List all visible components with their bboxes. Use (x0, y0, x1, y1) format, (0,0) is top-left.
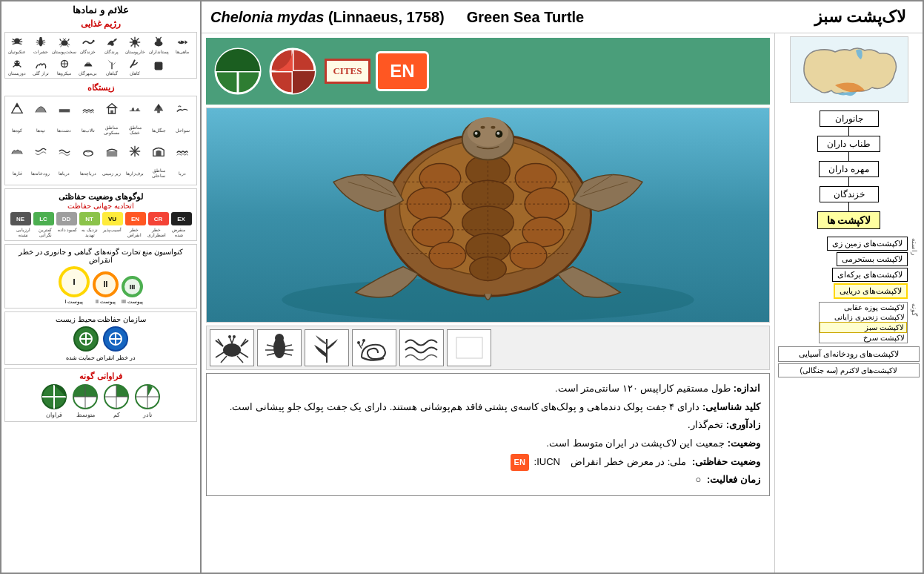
svg-point-114 (496, 132, 499, 135)
conserv-iucn: IUCN: (534, 456, 560, 467)
icon-micro: میکروها (54, 56, 75, 76)
hab-label5: مناطق مسکونی (102, 119, 122, 140)
hab-forest (148, 98, 169, 119)
hab-label4: تالاب‌ها (78, 119, 99, 140)
status-icons-row: CITES EN (206, 38, 770, 105)
status-label: وضعیت: (728, 438, 760, 449)
connector-2 (848, 152, 849, 161)
taxon-chordata: طناب داران (817, 136, 880, 152)
habitat-grid: کوه‌ها تپه‌ها دشت‌ها تالاب‌ها مناطق مسکو… (4, 96, 197, 185)
species-green[interactable]: لاکپشت سبز (820, 322, 907, 333)
svg-point-38 (15, 62, 16, 63)
svg-line-19 (67, 43, 70, 44)
svg-point-115 (481, 126, 485, 129)
svg-rect-43 (155, 62, 163, 70)
svg-point-113 (475, 132, 478, 135)
connector-4 (848, 202, 849, 211)
food-title: رژیم غذایی (4, 19, 197, 29)
taxonomy-year: (Linnaeus, 1758) (328, 9, 445, 25)
badge-row: NE LC DD NT VU EN CR EX (8, 212, 193, 225)
svg-line-127 (240, 352, 248, 357)
badge-lc: LC (33, 212, 54, 225)
icon-invertebrate: بی‌مهرگان (78, 56, 99, 76)
svg-point-24 (92, 39, 94, 42)
icon-crustacean: سخت‌پوستان (54, 34, 75, 55)
left-panel: علائم و نمادها رژیم غذایی عنکبوتیان حشرا… (1, 1, 202, 573)
svg-line-30 (131, 38, 133, 40)
small-icon-extra (447, 329, 491, 366)
svg-rect-50 (110, 110, 113, 114)
icon-reptile: خزندگان (78, 34, 99, 55)
svg-line-129 (237, 356, 243, 363)
size-label: اندازه: (734, 383, 760, 394)
hab-label9: غارها (7, 162, 27, 183)
classif-land-turtle[interactable]: لاکپشت‌های زمین زی (827, 237, 908, 251)
svg-point-116 (491, 126, 495, 129)
svg-point-103 (510, 243, 547, 269)
unep-title: سازمان حفاظت محیط زیست (8, 315, 193, 323)
svg-rect-147 (456, 337, 482, 358)
cites-badge-iii: III (122, 276, 143, 297)
conserv-national: ملی: در معرض خطر انقراض (571, 456, 686, 467)
food-grid: عنکبوتیان حشرات سخت‌پوستان خزندگان پرندگ… (4, 32, 197, 79)
classif-pond-turtle[interactable]: لاکپشت‌های برکه‌ای (832, 268, 908, 282)
softshell-label: لاکپشت‌های لاکنرم (سه جنگالی) (778, 363, 920, 377)
species-list: لاکپشت پوزه عقابی لاکپشت زنجیری زایانی ل… (819, 302, 908, 343)
svg-point-146 (362, 339, 365, 342)
svg-marker-49 (107, 104, 116, 108)
cites-badge-i: I (59, 266, 90, 297)
hab-label15: مناطق ساحلی (148, 162, 169, 183)
hab-plain (54, 98, 75, 119)
hab-snow (124, 141, 145, 162)
activity-symbol: ○ (696, 474, 702, 485)
classif-row-1: راسته لاکپشت‌های زمین زی لاکپشت بستحرمی … (778, 237, 920, 299)
taxonomy-sidebar: جانوران طناب داران مهره داران خزندگان لا… (774, 33, 923, 573)
svg-line-5 (17, 42, 22, 42)
hab-underground (102, 141, 122, 162)
panel-title: علائم و نمادها (4, 4, 197, 16)
unep-icons (8, 326, 193, 352)
status-icon-en: EN (376, 47, 428, 96)
classif-sea-turtle[interactable]: لاکپشت‌های دریایی (834, 283, 908, 299)
small-icon-crab (210, 329, 254, 366)
icon-echinoderm: خارپوستان (124, 34, 145, 55)
badge-cr: CR (148, 212, 169, 225)
hab-label14: برف‌زارها (124, 162, 145, 183)
icon-straw: کاهان (124, 56, 145, 76)
taxon-vertebrata: مهره داران (819, 161, 878, 177)
svg-line-18 (59, 43, 62, 44)
right-panel: Chelonia mydas (Linnaeus, 1758) Green Se… (202, 1, 923, 573)
badge-label-dd: کمبود داده (57, 227, 78, 237)
activity-label: زمان فعالیت: (707, 474, 760, 485)
species-hawksbill[interactable]: لاکپشت پوزه عقابی (820, 303, 907, 312)
hab-building (102, 98, 122, 119)
svg-point-56 (83, 151, 93, 156)
hab-mountain (7, 98, 27, 119)
svg-line-17 (67, 39, 69, 41)
icon-bird: پرندگان (102, 34, 122, 55)
status-icon-1 (212, 47, 264, 96)
badge-label-cr: خطر اضطراری (146, 227, 167, 237)
svg-line-32 (131, 44, 133, 46)
svg-line-130 (230, 337, 232, 343)
freq-icons: فراوان متوسط کم (8, 383, 193, 418)
badge-dd: DD (56, 212, 77, 225)
svg-point-145 (357, 341, 360, 344)
species-red[interactable]: لاکپشت سرخ (820, 333, 907, 343)
small-icon-insect (257, 329, 302, 366)
freq-medium: متوسط (72, 383, 99, 418)
svg-line-131 (232, 337, 234, 343)
badge-label-vu: آسیب‌پذیر (102, 227, 122, 237)
svg-point-14 (39, 36, 42, 39)
classif-leatherback[interactable]: لاکپشت بستحرمی (837, 252, 908, 266)
hab-label10: رودخانه‌ها (30, 162, 51, 183)
info-section: اندازه:طول مستقیم کاراپیس ۱۲۰ سانتی‌متر … (206, 373, 770, 496)
hab-label11: دریاها (54, 162, 75, 183)
status-text: جمعیت این لاک‌پشت در ایران متوسط است. (546, 438, 724, 449)
persian-name: لاک‌پشت سبز (814, 7, 906, 27)
species-loggerhead[interactable]: لاکپشت زنجیری زایانی (820, 312, 907, 322)
badge-ex: EX (171, 212, 192, 225)
svg-line-23 (64, 38, 66, 40)
hab-label7: جنگل‌ها (148, 119, 169, 140)
freq-abundant: فراوان (41, 383, 67, 418)
